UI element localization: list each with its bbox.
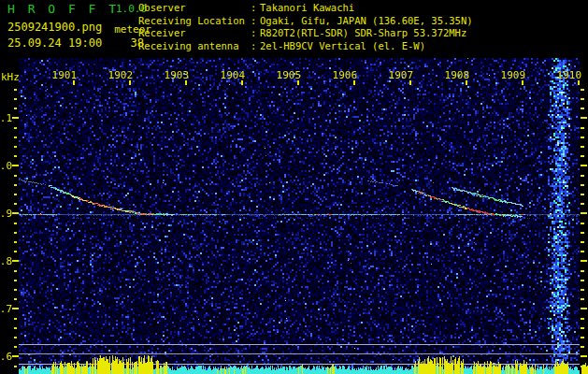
- info-colon: :: [251, 40, 260, 53]
- spectrogram-plot: [0, 58, 588, 374]
- info-colon: :: [251, 2, 260, 15]
- info-row-receiver: Receiver:R820T2(RTL-SDR) SDR-Sharp 53.37…: [138, 27, 473, 40]
- info-value: Ogaki, Gifu, JAPAN (136.60E, 35.35N): [260, 15, 473, 28]
- info-value: 2el-HB9CV Vertical (el. E-W): [260, 40, 425, 53]
- info-colon: :: [251, 15, 260, 28]
- output-filename: 2509241900.png: [7, 21, 102, 34]
- observation-datetime: 25.09.24 19:00: [7, 36, 102, 50]
- hrofft-window: H R O F F T 1.0.0 2509241900.png meteor …: [0, 0, 588, 374]
- app-title: H R O F F T: [7, 2, 119, 16]
- info-label: Receiving Location: [138, 15, 251, 28]
- info-colon: :: [251, 27, 260, 40]
- info-row-observer: Observer:Takanori Kawachi: [138, 2, 473, 15]
- info-value: Takanori Kawachi: [260, 2, 354, 15]
- info-label: Observer: [138, 2, 251, 15]
- info-row-location: Receiving Location:Ogaki, Gifu, JAPAN (1…: [138, 15, 473, 28]
- info-row-antenna: Receiving antenna:2el-HB9CV Vertical (el…: [138, 40, 473, 53]
- info-value: R820T2(RTL-SDR) SDR-Sharp 53.372MHz: [260, 27, 466, 40]
- info-label: Receiving antenna: [138, 40, 251, 53]
- station-info: Observer:Takanori Kawachi Receiving Loca…: [138, 2, 473, 52]
- info-label: Receiver: [138, 27, 251, 40]
- header: H R O F F T 1.0.0 2509241900.png meteor …: [0, 0, 588, 58]
